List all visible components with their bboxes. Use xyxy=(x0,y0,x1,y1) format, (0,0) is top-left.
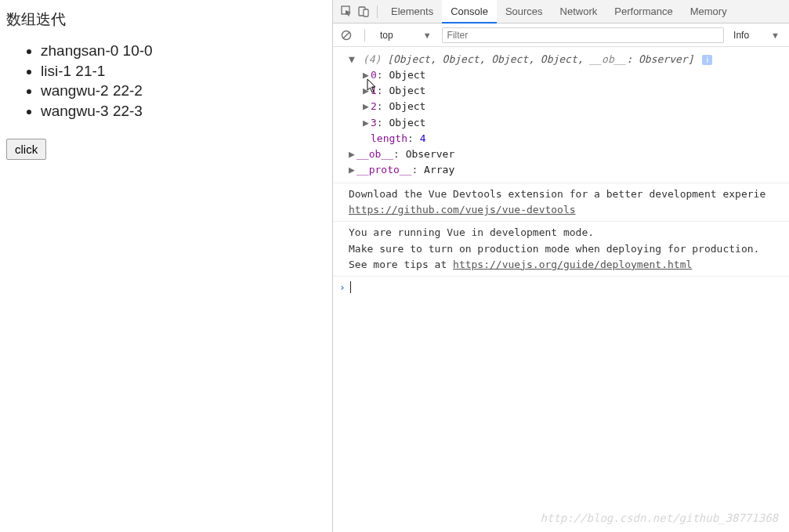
devtools-tab-bar: Elements Console Sources Network Perform… xyxy=(333,0,789,24)
tab-performance[interactable]: Performance xyxy=(606,0,681,24)
console-toolbar: top ▼ Info ▼ xyxy=(333,24,789,47)
list-item: wangwu-2 22-2 xyxy=(41,81,326,101)
inspect-element-icon[interactable] xyxy=(338,3,355,20)
array-children: ▶0: Object ▶1: Object ▶2: Object ▶3: Obj… xyxy=(349,67,783,178)
svg-line-4 xyxy=(343,32,349,38)
clear-console-icon[interactable] xyxy=(338,27,355,44)
app-pane: 数组迭代 zhangsan-0 10-0 lisi-1 21-1 wangwu-… xyxy=(0,0,333,532)
click-button[interactable]: click xyxy=(6,139,46,160)
vue-guide-link[interactable]: https://vuejs.org/guide/deployment.html xyxy=(453,259,692,270)
console-message-vue-mode: You are running Vue in development mode.… xyxy=(333,222,789,276)
array-summary: [Object, Object, Object, Object, xyxy=(387,53,589,65)
ob-val: : Observer] xyxy=(626,53,693,65)
context-selector[interactable]: top ▼ xyxy=(375,27,437,44)
disclosure-triangle[interactable]: ▶ xyxy=(363,115,371,131)
tab-network[interactable]: Network xyxy=(552,0,606,24)
prompt-input[interactable] xyxy=(350,281,352,293)
device-toggle-icon[interactable] xyxy=(355,3,372,20)
tab-sources[interactable]: Sources xyxy=(497,0,552,24)
svg-rect-2 xyxy=(364,9,368,16)
vue-mode-line2: Make sure to turn on production mode whe… xyxy=(349,243,759,255)
chevron-down-icon: ▼ xyxy=(771,31,780,40)
disclosure-triangle-open[interactable]: ▼ xyxy=(349,52,356,67)
devtools-hint-text: Download the Vue Devtools extension for … xyxy=(349,188,765,200)
separator xyxy=(377,5,378,18)
tab-memory[interactable]: Memory xyxy=(682,0,736,24)
console-log-array: ▼ (4) [Object, Object, Object, Object, _… xyxy=(333,50,789,183)
list-item: wangwu-3 22-3 xyxy=(41,101,326,121)
prompt-caret-icon: › xyxy=(339,280,346,295)
devtools-link[interactable]: https://github.com/vuejs/vue-devtools xyxy=(349,204,576,215)
disclosure-triangle[interactable]: ▶ xyxy=(349,162,356,178)
ob-key: __ob__ xyxy=(589,53,626,65)
context-label: top xyxy=(380,30,393,41)
disclosure-triangle[interactable]: ▶ xyxy=(363,83,371,99)
vue-mode-line3: See more tips at xyxy=(349,259,453,270)
disclosure-triangle[interactable]: ▶ xyxy=(363,67,371,83)
console-message-devtools: Download the Vue Devtools extension for … xyxy=(333,183,789,222)
level-selector[interactable]: Info ▼ xyxy=(729,30,784,41)
array-count: (4) xyxy=(363,53,381,65)
console-prompt[interactable]: › xyxy=(333,277,789,299)
devtools-panel: Elements Console Sources Network Perform… xyxy=(333,0,789,532)
info-badge-icon[interactable]: i xyxy=(702,55,712,65)
vue-mode-line1: You are running Vue in development mode. xyxy=(349,226,594,238)
chevron-down-icon: ▼ xyxy=(423,31,432,40)
disclosure-triangle[interactable]: ▶ xyxy=(363,99,371,114)
tab-console[interactable]: Console xyxy=(442,0,497,24)
page-title: 数组迭代 xyxy=(6,9,326,30)
disclosure-triangle[interactable]: ▶ xyxy=(349,147,356,162)
list-item: lisi-1 21-1 xyxy=(41,61,326,81)
separator xyxy=(364,29,365,42)
console-body: ▼ (4) [Object, Object, Object, Object, _… xyxy=(333,47,789,532)
list-item: zhangsan-0 10-0 xyxy=(41,41,326,61)
items-list: zhangsan-0 10-0 lisi-1 21-1 wangwu-2 22-… xyxy=(6,41,326,121)
filter-input[interactable] xyxy=(442,27,725,43)
tab-elements[interactable]: Elements xyxy=(382,0,442,24)
level-label: Info xyxy=(733,30,749,41)
